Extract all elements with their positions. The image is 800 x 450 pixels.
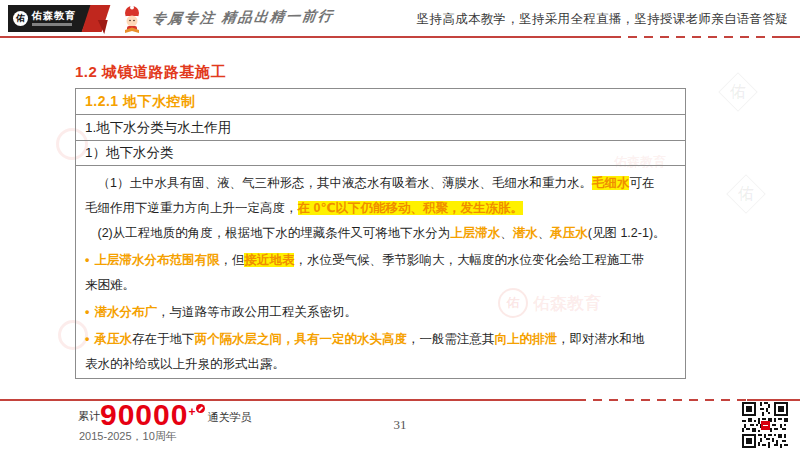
text-segment: ，但	[219, 253, 244, 267]
content-paragraph: •潜水分布广，与道路等市政公用工程关系密切。	[85, 300, 676, 325]
brand-subtitle-bar	[32, 23, 72, 26]
brand-name: 佑森教育	[32, 11, 76, 21]
content-paragraph: (2)从工程地质的角度，根据地下水的埋藏条件又可将地下水分为上层滞水、潜水、承压…	[85, 221, 676, 246]
text-segment: 向上的排泄	[494, 332, 557, 346]
bullet-icon: •	[85, 305, 89, 319]
text-segment: 两个隔水层之间	[194, 332, 282, 346]
text-segment: 潜水	[513, 226, 538, 240]
content-paragraph: •承压水存在于地下两个隔水层之间，具有一定的水头高度，一般需注意其向上的排泄，即…	[85, 327, 676, 377]
content-paragraph: （1）土中水具有固、液、气三种形态，其中液态水有吸着水、薄膜水、毛细水和重力水。…	[85, 171, 676, 221]
text-segment: ，与道路等市政公用工程关系密切。	[157, 305, 357, 319]
stats-plus: +	[188, 407, 205, 417]
anniversary-text: 2015-2025，10周年	[79, 429, 177, 444]
watermark-diamond: 佑	[718, 72, 758, 112]
brand-logo-text: 佑森教育	[32, 11, 76, 26]
text-segment: (2)从工程地质的角度，根据地下水的埋藏条件又可将地下水分为	[85, 226, 450, 240]
footer-stats: 累计 90000 + 通关学员	[78, 401, 251, 429]
text-segment: 在 0℃以下仍能移动、积聚，发生冻胀。	[298, 201, 524, 215]
text-segment: 上层滞水分布范围有限	[94, 253, 219, 267]
calligraphy-slogan: 专属专注 精品出精一前行	[151, 7, 336, 28]
brand-logo-mark-icon: 佑	[13, 11, 28, 26]
watermark-diamond: 佑	[726, 174, 766, 214]
table-row-subsection: 1.2.1 地下水控制	[76, 89, 685, 115]
text-segment: 承压水	[550, 226, 588, 240]
plus-sign: +	[188, 407, 195, 417]
stats-prefix: 累计	[78, 409, 100, 424]
content-paragraph: •上层滞水分布范围有限，但接近地表，水位受气候、季节影响大，大幅度的水位变化会给…	[85, 248, 676, 298]
watermark-diamond-mark: 佑	[730, 82, 746, 103]
header-tagline: 坚持高成本教学，坚持采用全程直播，坚持授课老师亲自语音答疑	[417, 11, 788, 28]
bullet-icon: •	[85, 253, 89, 267]
pencil-badge-icon	[196, 404, 205, 413]
qr-code	[742, 402, 788, 450]
content-table: 1.2.1 地下水控制 1.地下水分类与水土作用 1）地下水分类 （1）土中水具…	[75, 88, 686, 379]
mascot-icon	[118, 4, 146, 38]
table-row-subtopic: 1）地下水分类	[76, 141, 685, 166]
text-segment: 承压水	[94, 332, 132, 346]
text-segment: 存在于地下	[132, 332, 195, 346]
text-segment: （1）土中水具有固、液、气三种形态，其中液态水有吸着水、薄膜水、毛细水和重力水。	[85, 176, 592, 190]
text-segment: 上层滞水	[450, 226, 500, 240]
page-number: 31	[394, 417, 407, 433]
text-segment: (见图 1.2-1)。	[588, 226, 666, 240]
text-segment: ，一般需注意其	[407, 332, 495, 346]
table-content-cell: （1）土中水具有固、液、气三种形态，其中液态水有吸着水、薄膜水、毛细水和重力水。…	[76, 166, 685, 378]
slide-page: 佑 佑森教育 专属专注 精品出精一前行 坚持高成本教学，坚持采用全程直播，坚持授…	[0, 0, 800, 450]
text-segment: 、	[538, 226, 551, 240]
watermark-diamond-mark: 佑	[738, 184, 754, 205]
brand-logo: 佑 佑森教育	[8, 5, 92, 32]
table-row-topic: 1.地下水分类与水土作用	[76, 115, 685, 141]
text-segment: 毛细水	[592, 176, 630, 190]
text-segment: ，	[282, 332, 295, 346]
top-divider-line	[0, 36, 800, 38]
logo-red-triangle	[94, 20, 107, 34]
stats-suffix: 通关学员	[207, 410, 251, 425]
text-segment: 潜水分布广	[94, 305, 157, 319]
text-segment: 、	[500, 226, 513, 240]
header-bar: 佑 佑森教育 专属专注 精品出精一前行 坚持高成本教学，坚持采用全程直播，坚持授…	[0, 0, 800, 36]
section-title: 1.2 城镇道路路基施工	[75, 63, 226, 82]
bullet-icon: •	[85, 332, 89, 346]
stats-count: 90000	[100, 401, 188, 429]
text-segment: 接近地表	[244, 253, 294, 267]
text-segment: 具有一定的水头高度	[294, 332, 407, 346]
